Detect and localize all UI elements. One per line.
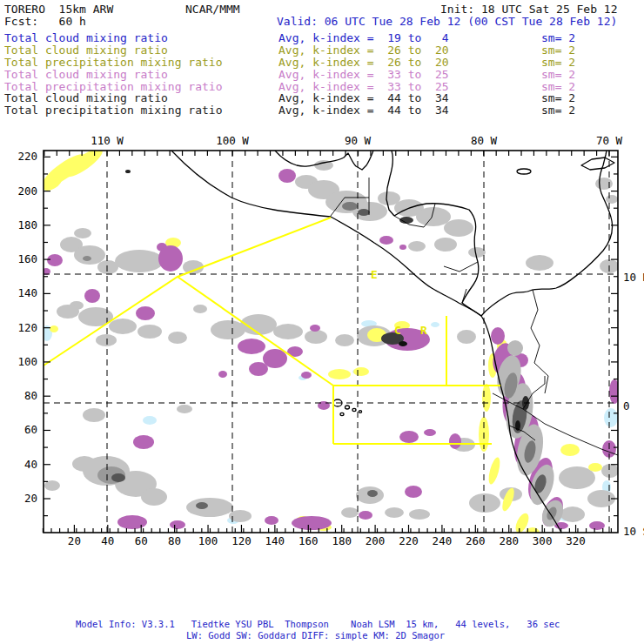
top-axis-label: 90 W <box>345 134 372 147</box>
left-axis-label: 220 <box>17 150 37 163</box>
map-plot: ECR 110 W100 W90 W80 W70 W22020018016014… <box>0 0 644 644</box>
top-axis-label: 100 W <box>216 134 249 147</box>
top-axis-label: 110 W <box>91 134 124 147</box>
waypoint-label: R <box>420 324 427 337</box>
bottom-axis-label: 80 <box>168 534 181 547</box>
left-axis-label: 140 <box>17 286 37 299</box>
right-axis-label: 10 N <box>623 271 644 284</box>
model-info-line1: Model Info: V3.3.1 Tiedtke YSU PBL Thomp… <box>76 619 560 630</box>
bottom-axis-label: 200 <box>366 534 386 547</box>
left-axis-label: 60 <box>24 423 37 436</box>
left-axis-label: 40 <box>24 458 37 471</box>
bottom-axis-label: 160 <box>299 534 319 547</box>
waypoint-label: C <box>394 324 401 337</box>
right-axis-label: 0 <box>623 399 630 413</box>
right-axis-label: 10 S <box>623 525 644 538</box>
left-axis-label: 100 <box>17 355 37 368</box>
weather-model-plot: TORERO 15km ARW NCAR/MMM Init: 18 UTC Sa… <box>0 0 644 644</box>
bottom-axis-label: 100 <box>198 534 218 547</box>
bottom-axis-label: 20 <box>68 534 81 547</box>
bottom-axis-label: 180 <box>332 534 352 547</box>
cloud-fields <box>38 144 620 538</box>
left-axis-label: 180 <box>17 218 37 231</box>
model-info-line2: LW: Godd SW: Goddard DIFF: simple KM: 2D… <box>186 630 445 641</box>
waypoint-label: E <box>371 268 378 281</box>
bottom-axis-label: 260 <box>466 534 486 547</box>
left-axis-label: 160 <box>17 252 37 265</box>
left-axis-label: 20 <box>24 492 37 505</box>
bottom-axis-label: 120 <box>231 534 252 547</box>
bottom-axis-label: 60 <box>135 534 148 547</box>
left-axis-label: 200 <box>17 184 37 198</box>
bottom-axis-label: 140 <box>265 534 285 547</box>
bottom-axis-label: 220 <box>399 534 419 547</box>
bottom-axis-label: 300 <box>533 534 553 547</box>
left-axis-label: 80 <box>24 389 37 402</box>
top-axis-label: 70 W <box>596 134 623 147</box>
bottom-axis-label: 280 <box>499 534 519 547</box>
bottom-axis-label: 320 <box>566 534 586 547</box>
top-axis-label: 80 W <box>471 134 498 147</box>
bottom-axis-label: 240 <box>433 534 453 547</box>
bottom-axis-label: 40 <box>101 534 114 547</box>
left-axis-label: 120 <box>17 321 37 334</box>
